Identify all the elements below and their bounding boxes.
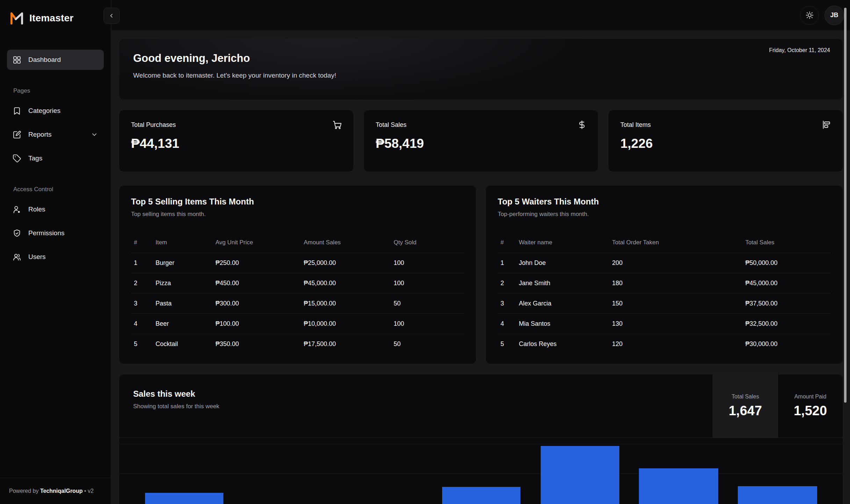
table-cell: 2	[498, 273, 516, 294]
table-cell: ₱30,000.00	[742, 334, 831, 354]
chart-bar-day-6	[639, 468, 718, 504]
stat-label: Total Sales	[376, 121, 586, 129]
theme-toggle-button[interactable]	[800, 6, 819, 25]
table-cell: 1	[498, 253, 516, 273]
table-header-row: #Waiter nameTotal Order TakenTotal Sales	[498, 232, 831, 253]
table-cell: ₱250.00	[212, 253, 301, 273]
table-cell: ₱17,500.00	[301, 334, 391, 354]
table-row: 2Jane Smith180₱45,000.00	[498, 273, 831, 294]
stat-card-total-purchases: Total Purchases₱44,131	[119, 110, 354, 172]
sales-week-titles: Sales this week Showing total sales for …	[119, 374, 713, 438]
sidebar-item-label: Users	[28, 253, 46, 261]
bar-chart-icon	[822, 120, 831, 130]
table-cell: 2	[131, 273, 153, 294]
table-cell: 130	[609, 314, 742, 334]
sidebar-section-label: Access Control	[7, 172, 104, 199]
sidebar-item-dashboard[interactable]: Dashboard	[7, 50, 104, 70]
stats-row: Total Purchases₱44,131Total Sales₱58,419…	[119, 110, 843, 172]
sales-series-toggles: Total Sales1,647Amount Paid1,520	[713, 374, 843, 438]
table-cell: ₱450.00	[212, 273, 301, 294]
table-cell: ₱32,500.00	[742, 314, 831, 334]
chevron-left-icon	[108, 12, 115, 19]
stat-label: Total Purchases	[131, 121, 341, 129]
sidebar-item-permissions[interactable]: Permissions	[7, 223, 104, 243]
stat-value: ₱58,419	[376, 136, 586, 151]
chart-gridline	[119, 444, 843, 444]
scrollbar[interactable]	[844, 8, 847, 403]
app-logo: Itemaster	[0, 0, 111, 29]
table-cell: 5	[498, 334, 516, 354]
table-row: 2Pizza₱450.00₱45,000.00100	[131, 273, 464, 294]
itemaster-logo-icon	[9, 10, 24, 26]
sidebar-collapse-button[interactable]	[103, 8, 120, 24]
dollar-icon	[577, 120, 587, 130]
sidebar-section-label: Pages	[7, 73, 104, 101]
table-cell: Cocktail	[153, 334, 213, 354]
user-role-icon	[13, 205, 21, 214]
table-cell: 100	[391, 314, 464, 334]
series-toggle-total-sales[interactable]: Total Sales1,647	[713, 374, 778, 438]
table-row: 4Beer₱100.00₱10,000.00100	[131, 314, 464, 334]
table-cell: 150	[609, 294, 742, 314]
sidebar-nav: DashboardPagesCategoriesReportsTagsAcces…	[0, 29, 111, 478]
tables-row: Top 5 Selling Items This Month Top selli…	[119, 185, 843, 364]
toggle-label: Amount Paid	[794, 394, 827, 400]
table-cell: 1	[131, 253, 153, 273]
sidebar-item-users[interactable]: Users	[7, 247, 104, 267]
table-cell: 50	[391, 294, 464, 314]
column-header: Amount Sales	[301, 232, 391, 253]
stat-card-total-sales: Total Sales₱58,419	[363, 110, 598, 172]
column-header: Item	[153, 232, 213, 253]
table-cell: Mia Santos	[516, 314, 609, 334]
sidebar-item-tags[interactable]: Tags	[7, 148, 104, 168]
toggle-label: Total Sales	[732, 394, 759, 400]
users-icon	[13, 253, 21, 261]
sidebar-item-roles[interactable]: Roles	[7, 199, 104, 219]
sidebar: Itemaster DashboardPagesCategoriesReport…	[0, 0, 111, 504]
column-header: #	[498, 232, 516, 253]
powered-by-version: • v2	[82, 488, 93, 494]
stat-value: ₱44,131	[131, 136, 341, 151]
powered-by-text: Powered by	[9, 488, 40, 494]
sales-week-card: Sales this week Showing total sales for …	[119, 374, 843, 504]
top-waiters-title: Top 5 Waiters This Month	[498, 197, 831, 207]
table-cell: 120	[609, 334, 742, 354]
table-cell: John Doe	[516, 253, 609, 273]
topbar: JB	[111, 0, 850, 31]
chevron-down-icon	[91, 131, 98, 138]
table-cell: ₱100.00	[212, 314, 301, 334]
toggle-value: 1,520	[794, 403, 827, 418]
sales-week-subtitle: Showing total sales for this week	[133, 403, 699, 410]
app-name: Itemaster	[29, 13, 73, 24]
top-items-subtitle: Top selling items this month.	[131, 211, 464, 218]
sidebar-item-label: Dashboard	[28, 56, 61, 64]
square-pen-icon	[13, 130, 21, 139]
table-cell: Pasta	[153, 294, 213, 314]
table-cell: ₱10,000.00	[301, 314, 391, 334]
table-cell: ₱25,000.00	[301, 253, 391, 273]
column-header: Waiter name	[516, 232, 609, 253]
sun-icon	[805, 11, 814, 20]
powered-by-brand: TechniqalGroup	[40, 488, 82, 494]
cart-icon	[332, 120, 342, 130]
table-cell: ₱45,000.00	[301, 273, 391, 294]
stat-card-total-items: Total Items1,226	[608, 110, 843, 172]
table-cell: Jane Smith	[516, 273, 609, 294]
column-header: Total Order Taken	[609, 232, 742, 253]
grid-icon	[13, 56, 21, 64]
tag-icon	[13, 154, 21, 163]
sidebar-item-categories[interactable]: Categories	[7, 101, 104, 121]
sidebar-item-label: Permissions	[28, 229, 64, 237]
chart-bar-day-5	[541, 446, 619, 504]
sidebar-item-reports[interactable]: Reports	[7, 124, 104, 145]
column-header: Avg Unit Price	[212, 232, 301, 253]
table-cell: ₱37,500.00	[742, 294, 831, 314]
sidebar-footer: Powered by TechniqalGroup • v2	[0, 478, 111, 504]
table-cell: 180	[609, 273, 742, 294]
column-header: #	[131, 232, 153, 253]
avatar[interactable]: JB	[824, 6, 844, 25]
series-toggle-amount-paid[interactable]: Amount Paid1,520	[778, 374, 843, 438]
table-cell: 4	[498, 314, 516, 334]
greeting-subtitle: Welcome back to itemaster. Let's keep yo…	[133, 72, 829, 79]
table-cell: ₱45,000.00	[742, 273, 831, 294]
